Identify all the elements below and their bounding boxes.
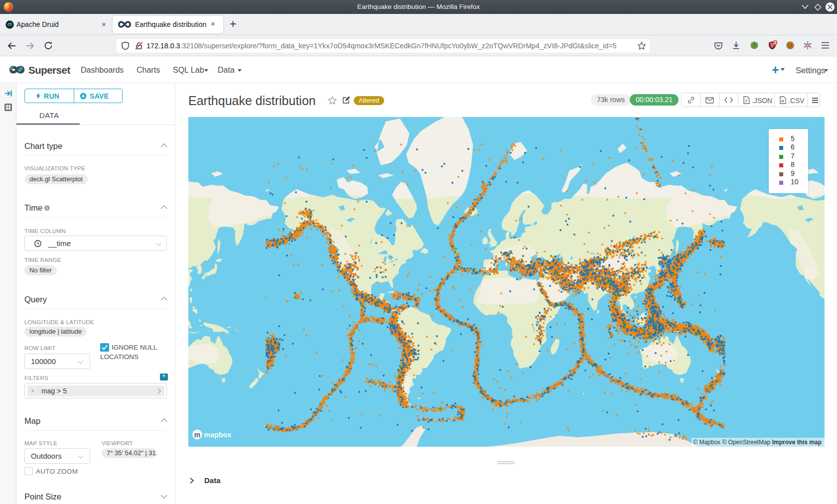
svg-text:mapbox: mapbox	[204, 431, 232, 439]
svg-text:m: m	[194, 431, 200, 439]
svg-text:2: 2	[774, 40, 776, 45]
